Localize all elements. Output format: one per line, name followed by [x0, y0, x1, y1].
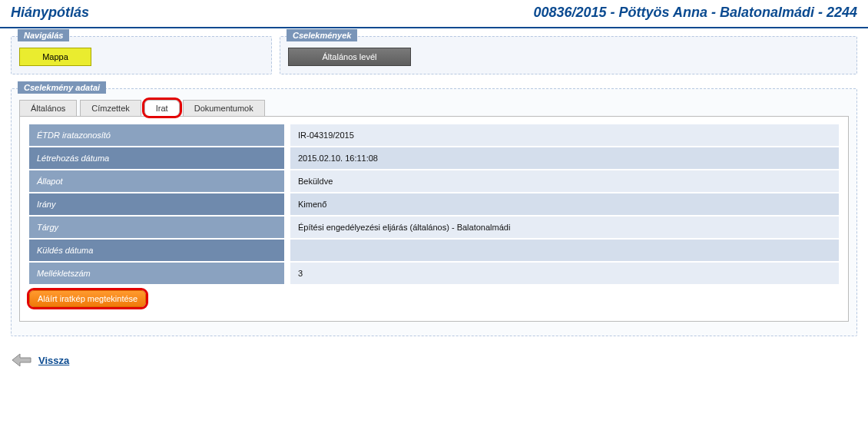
actions-panel-label: Cselekmények [287, 29, 357, 41]
row-letrehozas: Létrehozás dátuma 2015.02.10. 16:11:08 [29, 147, 839, 169]
value-allapot: Beküldve [290, 170, 839, 192]
case-data-panel: Cselekmény adatai Általános Címzettek Ir… [11, 88, 857, 336]
tab-altalanos[interactable]: Általános [19, 100, 77, 116]
tab-dokumentumok[interactable]: Dokumentumok [183, 100, 265, 116]
row-iratazonosito: ÉTDR iratazonosító IR-04319/2015 [29, 124, 839, 146]
label-mellekletszam: Mellékletszám [29, 263, 284, 284]
back-row: Vissza [0, 344, 868, 384]
label-iratazonosito: ÉTDR iratazonosító [29, 124, 284, 146]
label-irany: Irány [29, 193, 284, 215]
page-header: Hiánypótlás 00836/2015 - Pöttyös Anna - … [0, 0, 868, 28]
nav-panel: Navigálás Mappa [11, 36, 272, 74]
case-context: 00836/2015 - Pöttyös Anna - Balatonalmád… [534, 5, 858, 21]
row-allapot: Állapot Beküldve [29, 170, 839, 192]
value-irany: Kimenő [290, 193, 839, 215]
tab-content-irat: ÉTDR iratazonosító IR-04319/2015 Létreho… [19, 116, 849, 322]
mappa-button[interactable]: Mappa [19, 48, 91, 66]
label-letrehozas: Létrehozás dátuma [29, 147, 284, 169]
actions-panel: Cselekmények Általános levél [280, 36, 857, 74]
back-link[interactable]: Vissza [38, 355, 69, 366]
action-row: Aláírt iratkép megtekintése [29, 290, 839, 307]
value-mellekletszam: 3 [290, 263, 839, 284]
back-arrow-icon [11, 352, 34, 369]
general-letter-button[interactable]: Általános levél [288, 48, 411, 66]
page-title: Hiánypótlás [11, 5, 89, 21]
nav-panel-label: Navigálás [18, 29, 69, 41]
label-targy: Tárgy [29, 217, 284, 238]
case-data-panel-label: Cselekmény adatai [18, 81, 106, 94]
top-panels: Navigálás Mappa Cselekmények Általános l… [0, 28, 868, 74]
label-allapot: Állapot [29, 170, 284, 192]
value-iratazonosito: IR-04319/2015 [290, 124, 839, 146]
row-kuldes: Küldés dátuma [29, 240, 839, 261]
view-signed-document-button[interactable]: Aláírt iratkép megtekintése [29, 290, 146, 307]
row-targy: Tárgy Építési engedélyezési eljárás (ált… [29, 217, 839, 238]
label-kuldes: Küldés dátuma [29, 240, 284, 261]
value-letrehozas: 2015.02.10. 16:11:08 [290, 147, 839, 169]
row-mellekletszam: Mellékletszám 3 [29, 263, 839, 284]
value-targy: Építési engedélyezési eljárás (általános… [290, 217, 839, 238]
tab-bar: Általános Címzettek Irat Dokumentumok [19, 100, 849, 116]
tab-cimzettek[interactable]: Címzettek [80, 100, 141, 116]
tab-irat[interactable]: Irat [144, 100, 180, 116]
value-kuldes [290, 240, 839, 261]
row-irany: Irány Kimenő [29, 193, 839, 215]
